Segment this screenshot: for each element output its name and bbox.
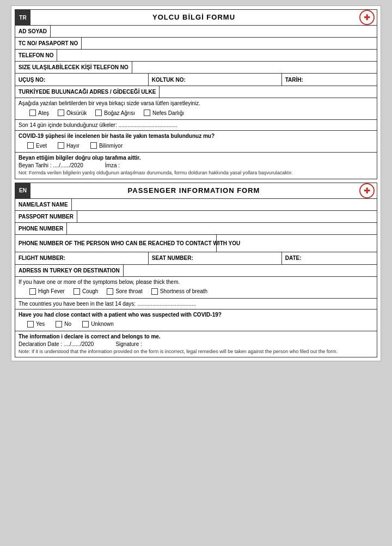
en-contact-label: PHONE NUMBER OF THE PERSON WHO CAN BE RE… (15, 235, 217, 252)
en-symptoms-label: If you have one or more of the symptoms … (19, 279, 373, 285)
en-form-title: PASSENGER INFORMATION FORM (30, 183, 357, 198)
en-date-input[interactable] (302, 254, 373, 263)
en-header: EN PASSENGER INFORMATION FORM ✚ (15, 183, 377, 199)
en-passport-row: PASSPORT NUMBER (15, 211, 377, 223)
en-sorethroat-label: Sore throat (115, 288, 142, 294)
en-countries: The countries you have been in the last … (15, 299, 377, 310)
en-no-checkbox[interactable] (56, 321, 62, 327)
tr-section: TR YOLCU BİLGİ FORMU ✚ AD SOYAD TC NO/ P… (15, 9, 377, 179)
tr-ulasilabilecek-label: SIZE ULAŞILABİLECEK KİŞİ TELEFON NO (15, 62, 132, 73)
tr-countries-label: Son 14 gün içinde bulunduğunuz ülkeler: … (19, 122, 177, 128)
en-declaration-text: The information i declare is correct and… (19, 333, 373, 339)
tr-ates-checkbox[interactable] (29, 110, 36, 116)
tr-telefon-input[interactable] (57, 50, 377, 61)
tr-symptom-bogaz[interactable]: Boğaz Ağrısı (95, 110, 135, 116)
en-seat-cell: SEAT NUMBER: (149, 252, 282, 264)
tr-declaration-text: Beyan ettiğim bilgiler doğru olup tarafı… (19, 155, 373, 161)
en-phone-label: PHONE NUMBER (15, 223, 67, 234)
en-symptom-cough[interactable]: Cough (74, 288, 98, 295)
en-covid-section: Have you had close contact with a patien… (15, 310, 377, 331)
en-symptom-shortness[interactable]: Shortness of breath (151, 288, 207, 295)
tr-koltuk-cell: KOLTUK NO: (149, 74, 282, 86)
en-date-cell: DATE: (282, 252, 377, 264)
tr-covid-checkboxes: Evet Hayır Bilinmiyor (19, 141, 373, 150)
en-flight-input[interactable] (65, 254, 145, 263)
tr-tarih-input[interactable] (303, 75, 373, 84)
tr-symptom-ates[interactable]: Ateş (29, 110, 49, 116)
en-covid-unknown[interactable]: Unknown (82, 321, 114, 327)
tr-symptoms-label: Aşağıda yazılan belirtilerden bir veya b… (19, 100, 373, 106)
en-shortness-label: Shortness of breath (160, 288, 207, 294)
tr-hayir-label: Hayır (66, 143, 79, 149)
tr-bilinmiyor-checkbox[interactable] (90, 142, 97, 149)
tr-bogaz-checkbox[interactable] (95, 110, 102, 116)
tr-ulasilabilecek-input[interactable] (132, 62, 377, 73)
en-no-label: No (64, 321, 71, 327)
en-sorethroat-checkbox[interactable] (107, 288, 113, 295)
en-lang-badge: EN (15, 183, 30, 198)
tr-symptom-oksuruk[interactable]: Öksürük (58, 110, 87, 116)
en-passport-input[interactable] (77, 211, 377, 222)
en-name-input[interactable] (72, 199, 377, 210)
en-symptoms-section: If you have one or more of the symptoms … (15, 277, 377, 299)
tr-bilinmiyor-label: Bilinmiyor (99, 143, 122, 149)
tr-adres-row: TURKİYEDE BULUNACAĞI ADRES / GİDECEĞİ UL… (15, 86, 377, 98)
tr-checkboxes: Ateş Öksürük Boğaz Ağrısı Nefes Darlığı (19, 108, 373, 117)
tr-tarih-cell: TARİH: (282, 74, 377, 86)
page: TR YOLCU BİLGİ FORMU ✚ AD SOYAD TC NO/ P… (11, 5, 381, 361)
tr-nefes-checkbox[interactable] (144, 110, 150, 116)
tr-logo: ✚ (357, 10, 377, 25)
tr-covid-hayir[interactable]: Hayır (58, 142, 79, 149)
en-logo: ✚ (357, 183, 377, 198)
tr-tc-label: TC NO/ PASAPORT NO (15, 38, 82, 49)
en-unknown-checkbox[interactable] (82, 321, 89, 327)
en-declaration-date: Declaration Date : ..../....../2020 (19, 341, 94, 347)
en-covid-question: Have you had close contact with a patien… (19, 312, 373, 318)
en-flight-cell: FLIGHT NUMBER: (15, 252, 149, 264)
tr-ucus-cell: UÇUŞ NO: (15, 74, 149, 86)
en-contact-input[interactable] (217, 235, 377, 252)
en-covid-no[interactable]: No (56, 321, 71, 327)
tr-note: Not: Formda verilen bilgilerin yanlış ol… (19, 170, 373, 177)
en-symptom-sorethroat[interactable]: Sore throat (107, 288, 142, 295)
tr-adres-input[interactable] (160, 86, 377, 98)
tr-evet-checkbox[interactable] (27, 142, 34, 149)
en-cough-label: Cough (82, 288, 98, 294)
en-unknown-label: Unknown (91, 321, 114, 327)
tr-declaration: Beyan ettiğim bilgiler doğru olup tarafı… (15, 153, 377, 179)
en-covid-yes[interactable]: Yes (27, 321, 45, 327)
tr-covid-question: COVID-19 şüphesi ile incelenen bir hasta… (19, 133, 373, 139)
en-shortness-checkbox[interactable] (151, 288, 158, 295)
en-seat-input[interactable] (193, 254, 278, 263)
en-cough-checkbox[interactable] (74, 288, 80, 295)
en-adress-label: ADRESS IN TURKEY OR DESTINATION (15, 265, 124, 276)
tr-koltuk-input[interactable] (186, 75, 278, 84)
en-highfever-checkbox[interactable] (29, 288, 36, 295)
tr-covid-evet[interactable]: Evet (27, 142, 47, 149)
tr-symptom-nefes[interactable]: Nefes Darlığı (144, 110, 184, 116)
tr-ad-soyad-row: AD SOYAD (15, 26, 377, 38)
en-checkboxes: High Fever Cough Sore throat Shortness o… (19, 287, 373, 296)
en-passport-label: PASSPORT NUMBER (15, 211, 77, 222)
en-adress-input[interactable] (124, 265, 377, 276)
tr-ad-soyad-label: AD SOYAD (15, 26, 51, 37)
en-phone-input[interactable] (67, 223, 377, 234)
en-yes-checkbox[interactable] (27, 321, 34, 327)
en-countries-label: The countries you have been in the last … (19, 301, 196, 307)
tr-ucus-input[interactable] (45, 75, 144, 84)
tr-tc-input[interactable] (82, 38, 377, 49)
tr-ad-soyad-input[interactable] (51, 26, 377, 37)
tr-hayir-checkbox[interactable] (58, 142, 64, 149)
en-covid-checkboxes: Yes No Unknown (19, 320, 373, 329)
tr-oksuruk-checkbox[interactable] (58, 110, 64, 116)
en-name-row: NAME/LAST NAME (15, 199, 377, 211)
tr-covid-bilinmiyor[interactable]: Bilinmiyor (90, 142, 122, 149)
tr-date-sig: Beyan Tarihi : ..../....../2020 İmza : (19, 162, 373, 168)
tr-telefon-label: TELEFON NO (15, 50, 57, 61)
en-date-sig: Declaration Date : ..../....../2020 Sign… (19, 341, 373, 347)
en-symptom-highfever[interactable]: High Fever (29, 288, 65, 295)
tr-imza: İmza : (105, 162, 120, 168)
tr-oksuruk-label: Öksürük (66, 110, 87, 116)
tr-adres-label: TURKİYEDE BULUNACAĞI ADRES / GİDECEĞİ UL… (15, 86, 160, 98)
tr-header: TR YOLCU BİLGİ FORMU ✚ (15, 10, 377, 26)
